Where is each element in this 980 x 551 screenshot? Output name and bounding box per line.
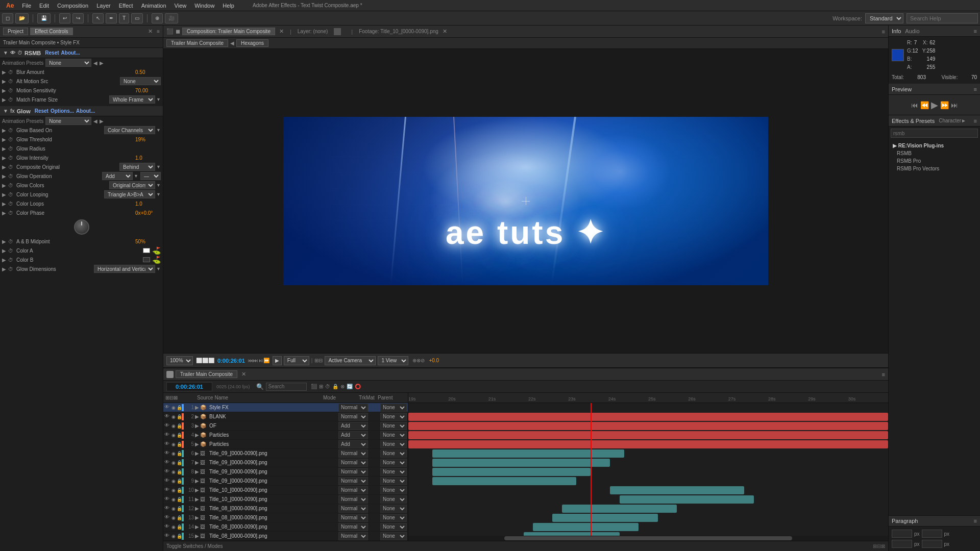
blur-amount-expand[interactable]: ▶ (2, 69, 6, 75)
paragraph-px-input-1[interactable] (892, 530, 912, 538)
info-tab[interactable]: Info (892, 28, 901, 34)
rsmb-about-btn[interactable]: About... (61, 50, 80, 56)
layer-row-15[interactable]: 👁 ◉ 🔒 15 ▶ 🖼 Title_08_[0000-0090].png No… (163, 532, 408, 541)
layer-solo-2[interactable]: ◉ (172, 414, 177, 419)
time-display[interactable]: 0:00:26:01 (217, 358, 245, 364)
layer-row-6[interactable]: 👁 ◉ 🔒 6 ▶ 🖼 Title_09_[0000-0090].png Nor… (163, 449, 408, 458)
timeline-ctrl-btn5[interactable]: ⊗ (340, 384, 345, 389)
color-phase-stopwatch[interactable]: ⏱ (8, 210, 13, 216)
paragraph-panel-menu[interactable]: ≡ (974, 518, 977, 524)
layer-parent-9[interactable]: None (380, 477, 407, 485)
layer-eye-9[interactable]: 👁 (164, 478, 172, 485)
layer-mode-4[interactable]: NormalAddMultiplyScreen (338, 431, 368, 439)
motion-sensitivity-value[interactable]: 70.00 (135, 88, 161, 93)
layer-solo-15[interactable]: ◉ (172, 534, 177, 539)
comp-tab-main[interactable]: Trailer Main Composite (166, 39, 228, 47)
glow-threshold-stopwatch[interactable]: ⏱ (8, 137, 13, 142)
layer-parent-8[interactable]: None (380, 468, 407, 476)
layer-eye-5[interactable]: 👁 (164, 441, 172, 448)
match-frame-stopwatch[interactable]: ⏱ (8, 97, 13, 103)
layer-mode-6[interactable]: NormalAddMultiplyScreen (338, 449, 368, 458)
timeline-search-icon[interactable]: 🔍 (256, 383, 264, 390)
effects-panel-menu[interactable]: ≡ (974, 118, 977, 124)
menu-edit[interactable]: Edit (35, 2, 53, 10)
timeline-teal-bar-4[interactable] (610, 486, 744, 494)
timeline-comp-tab[interactable]: Trailer Main Composite (176, 370, 237, 378)
rsmb-item[interactable]: RSMB (891, 149, 978, 157)
timeline-bar-layer-3[interactable] (408, 422, 888, 430)
layer-expand-1[interactable]: ▶ (195, 405, 199, 410)
new-btn[interactable]: ◻ (2, 13, 13, 23)
layer-solo-5[interactable]: ◉ (172, 442, 177, 447)
rsmb-pro-vectors-item[interactable]: RSMB Pro Vectors (891, 165, 978, 172)
audio-tab[interactable]: Audio (905, 28, 919, 34)
layer-row-14[interactable]: 👁 ◉ 🔒 14 ▶ 🖼 Title_08_[0000-0090].png No… (163, 522, 408, 532)
layer-row-3[interactable]: 👁 ◉ 🔒 3 ▶ 📦 OF NormalAddMultiplyScreen N… (163, 421, 408, 431)
layer-eye-11[interactable]: 👁 (164, 496, 172, 503)
layer-eye-12[interactable]: 👁 (164, 505, 172, 512)
layer-eye-7[interactable]: 👁 (164, 459, 172, 466)
layer-solo-9[interactable]: ◉ (172, 479, 177, 484)
menu-animation[interactable]: Animation (137, 2, 170, 10)
active-camera-select[interactable]: Active Camera (325, 356, 376, 365)
comp-viewer-tab[interactable]: Composition: Trailer Main Composite (182, 28, 275, 35)
tool-roto[interactable]: ⊕ (152, 13, 163, 23)
layer-row-10[interactable]: 👁 ◉ 🔒 10 ▶ 🖼 Title_10_[0000-0090].png No… (163, 486, 408, 495)
layer-eye-15[interactable]: 👁 (164, 533, 172, 540)
layer-name-15[interactable]: Title_08_[0000-0090].png (209, 533, 338, 539)
timeline-teal-bar-8[interactable] (533, 523, 639, 531)
layer-mode-2[interactable]: NormalAddMultiplyScreen (338, 413, 368, 421)
layer-row-1[interactable]: 👁 ◉ 🔒 1 ▶ 📦 Style FX NormalAddMultiplySc… (163, 403, 408, 412)
timeline-teal-bar-0[interactable] (432, 449, 624, 458)
layer-name-14[interactable]: Title_08_[0000-0090].png (209, 524, 338, 530)
preview-panel-menu[interactable]: ≡ (974, 86, 977, 92)
character-tab[interactable]: Character► (939, 118, 966, 123)
layer-lock-15[interactable]: 🔒 (177, 534, 182, 539)
layer-row-11[interactable]: 👁 ◉ 🔒 11 ▶ 🖼 Title_10_[0000-0090].png No… (163, 495, 408, 504)
menu-window[interactable]: Window (190, 2, 218, 10)
layer-mode-15[interactable]: NormalAddMultiplyScreen (338, 532, 368, 540)
layer-mode-8[interactable]: NormalAddMultiplyScreen (338, 468, 368, 476)
layer-name-13[interactable]: Title_08_[0000-0090].png (209, 515, 338, 520)
layer-eye-14[interactable]: 👁 (164, 523, 172, 531)
match-frame-select[interactable]: Whole Frame (109, 95, 155, 104)
timeline-ctrl-btn7[interactable]: ⭕ (355, 384, 361, 389)
menu-composition[interactable]: Composition (53, 2, 92, 10)
workspace-select[interactable]: Standard (865, 13, 903, 23)
layer-parent-2[interactable]: None (380, 413, 407, 421)
layer-row-8[interactable]: 👁 ◉ 🔒 8 ▶ 🖼 Title_09_[0000-0090].png Nor… (163, 467, 408, 477)
layer-name-10[interactable]: Title_10_[0000-0090].png (209, 487, 338, 493)
layer-parent-15[interactable]: None (380, 532, 407, 540)
color-loops-stopwatch[interactable]: ⏱ (8, 201, 13, 207)
layer-expand-9[interactable]: ▶ (195, 478, 199, 484)
glow-based-on-stopwatch[interactable]: ⏱ (8, 128, 13, 133)
timeline-bar-layer-4[interactable] (408, 431, 888, 439)
layer-parent-11[interactable]: None (380, 495, 407, 504)
comp-tab-hexagons[interactable]: Hexagons (236, 39, 268, 47)
tool-text[interactable]: T (119, 13, 129, 23)
effects-search-input[interactable] (891, 129, 978, 138)
glow-about-btn[interactable]: About... (76, 108, 95, 114)
zoom-select[interactable]: 100% (166, 356, 193, 365)
rsmb-anim-left-btn[interactable]: ◀ (93, 60, 97, 66)
glow-colors-stopwatch[interactable]: ⏱ (8, 183, 13, 188)
layer-parent-12[interactable]: None (380, 505, 407, 513)
layer-mode-14[interactable]: NormalAddMultiplyScreen (338, 523, 368, 531)
redo-btn[interactable]: ↪ (72, 13, 84, 23)
color-looping-select[interactable]: Triangle A>B>A (104, 190, 155, 198)
layer-parent-6[interactable]: None (380, 449, 407, 458)
layer-mode-11[interactable]: NormalAddMultiplyScreen (338, 495, 368, 504)
layer-name-12[interactable]: Title_08_[0000-0090].png (209, 506, 338, 511)
layer-eye-10[interactable]: 👁 (164, 487, 172, 494)
info-panel-menu[interactable]: ≡ (974, 28, 977, 34)
layer-solo-4[interactable]: ◉ (172, 433, 177, 438)
timeline-bar-layer-5[interactable] (408, 440, 888, 448)
timeline-panel-menu[interactable]: ≡ (882, 371, 885, 378)
timeline-ctrl-btn6[interactable]: 🔄 (347, 384, 353, 389)
alt-motion-select[interactable]: None (120, 77, 161, 85)
color-preview-swatch[interactable] (892, 49, 904, 61)
layer-mode-3[interactable]: NormalAddMultiplyScreen (338, 422, 368, 430)
layer-eye-4[interactable]: 👁 (164, 432, 172, 439)
paragraph-px-input-4[interactable] (922, 540, 942, 548)
paragraph-px-input-3[interactable] (892, 540, 912, 548)
